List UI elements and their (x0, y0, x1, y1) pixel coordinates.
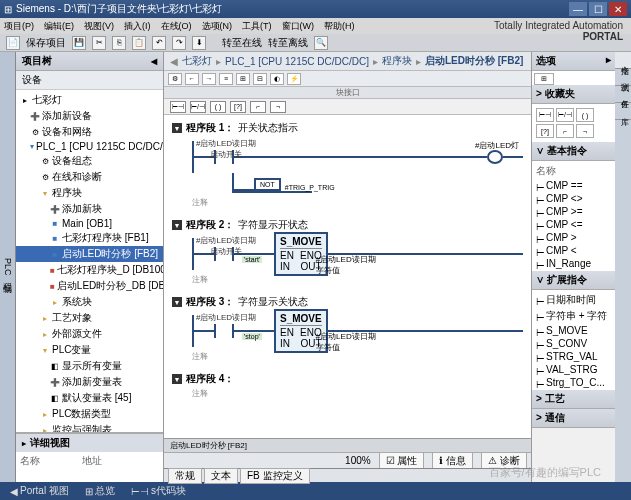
portal-view-button[interactable]: ◀ Portal 视图 (6, 484, 73, 498)
contact-nc-icon[interactable]: ⊢/⊣ (190, 101, 206, 113)
tree-item[interactable]: ➕添加新块 (16, 201, 163, 217)
download-icon[interactable]: ⬇ (192, 36, 206, 50)
tree-item[interactable]: ⚙设备组态 (16, 153, 163, 169)
instr-item[interactable]: ⊢字符串 + 字符 (534, 308, 613, 324)
tree-item[interactable]: ⚙在线和诊断 (16, 169, 163, 185)
paste-icon[interactable]: 📋 (132, 36, 146, 50)
instr-item[interactable]: ⊢IN_Range (534, 257, 613, 270)
cut-icon[interactable]: ✂ (92, 36, 106, 50)
branch-close-icon[interactable]: ¬ (270, 101, 286, 113)
ext-instr-header[interactable]: ∨ 扩展指令 (532, 271, 615, 290)
copy-icon[interactable]: ⎘ (112, 36, 126, 50)
project-tree[interactable]: ▸七彩灯➕添加新设备⚙设备和网络▾PLC_1 [CPU 1215C DC/DC/… (16, 90, 163, 432)
tree-item[interactable]: ■七彩灯程序块_D [DB100] (16, 262, 163, 278)
instr-item[interactable]: ⊢S_CONV (534, 337, 613, 350)
fav-coil[interactable]: ( ) (576, 108, 594, 122)
basic-instr-header[interactable]: ∨ 基本指令 (532, 142, 615, 161)
tab-info[interactable]: ℹ 信息 (432, 452, 473, 470)
new-project-icon[interactable]: 📄 (6, 36, 20, 50)
instr-item[interactable]: ⊢CMP < (534, 244, 613, 257)
tree-item[interactable]: ■启动LED时分秒 [FB2] (16, 246, 163, 262)
coil[interactable]: #启动LED灯 (487, 150, 503, 164)
instr-item[interactable]: ⊢CMP <= (534, 218, 613, 231)
tree-item[interactable]: ⚙设备和网络 (16, 124, 163, 140)
tree-item[interactable]: ▸外部源文件 (16, 326, 163, 342)
contact[interactable]: #启动LED读日期启动开关 (214, 247, 234, 261)
tree-item[interactable]: ▸七彩灯 (16, 92, 163, 108)
instr-item[interactable]: ⊢CMP > (534, 231, 613, 244)
contact[interactable]: #启动LED读日期 (214, 324, 234, 338)
ptab-fbwatch[interactable]: FB 监控定义 (240, 468, 310, 484)
ed-btn[interactable]: ⚙ (168, 73, 182, 85)
redo-icon[interactable]: ↷ (172, 36, 186, 50)
tree-item[interactable]: ➕添加新设备 (16, 108, 163, 124)
tree-item[interactable]: ▸系统块 (16, 294, 163, 310)
ed-btn[interactable]: ⚡ (287, 73, 301, 85)
ed-btn[interactable]: ◐ (270, 73, 284, 85)
contact[interactable]: #启动LED读日期启动开关 (214, 150, 234, 164)
go-offline-button[interactable]: 转至离线 (268, 36, 308, 50)
fav-contact[interactable]: ⊢⊣ (536, 108, 554, 122)
bc-project[interactable]: 七彩灯 (182, 54, 212, 68)
panel-collapse-icon[interactable]: ◀ (151, 57, 157, 66)
not-box[interactable]: NOT (254, 178, 281, 191)
interface-bar[interactable]: 块接口 (164, 87, 531, 99)
options-header[interactable]: 选项▸ (532, 52, 615, 71)
tree-item[interactable]: ■七彩灯程序块 [FB1] (16, 230, 163, 246)
save-project-button[interactable]: 保存项目 (26, 36, 66, 50)
ed-btn[interactable]: ⊟ (253, 73, 267, 85)
coil-icon[interactable]: ( ) (210, 101, 226, 113)
save-icon[interactable]: 💾 (72, 36, 86, 50)
rtab-test[interactable]: 测试 (615, 69, 631, 86)
tech-header[interactable]: > 工艺 (532, 390, 615, 409)
ed-btn[interactable]: ≡ (219, 73, 233, 85)
rtab-instructions[interactable]: 指令 (615, 52, 631, 69)
zoom-level[interactable]: 100% (345, 455, 371, 466)
ed-btn[interactable]: ← (185, 73, 199, 85)
menu-options[interactable]: 选项(N) (202, 20, 233, 33)
fav-branch2[interactable]: ¬ (576, 124, 594, 138)
comm-header[interactable]: > 通信 (532, 409, 615, 428)
tree-item[interactable]: ➕添加新变量表 (16, 374, 163, 390)
network-title[interactable]: ▼ 程序段 2：字符显示开状态 (172, 216, 523, 234)
collapse-icon[interactable]: ▼ (172, 220, 182, 230)
menu-project[interactable]: 项目(P) (4, 20, 34, 33)
collapse-icon[interactable]: ▼ (172, 374, 182, 384)
instr-item[interactable]: ⊢CMP >= (534, 205, 613, 218)
ptab-general[interactable]: 常规 (168, 468, 202, 484)
instr-item[interactable]: ⊢CMP <> (534, 192, 613, 205)
collapse-icon[interactable]: ▼ (172, 297, 182, 307)
contact-no-icon[interactable]: ⊢⊣ (170, 101, 186, 113)
tree-item[interactable]: ▸监控与强制表 (16, 422, 163, 432)
instr-item[interactable]: ⊢CMP == (534, 179, 613, 192)
maximize-button[interactable]: ☐ (589, 2, 607, 16)
instr-item[interactable]: ⊢Strg_TO_C... (534, 376, 613, 389)
menu-insert[interactable]: 插入(I) (124, 20, 151, 33)
instr-item[interactable]: ⊢S_MOVE (534, 324, 613, 337)
code-block-tab[interactable]: ⊢⊣ s代码块 (127, 484, 190, 498)
fav-branch[interactable]: ⌐ (556, 124, 574, 138)
search-icon[interactable]: 🔍 (314, 36, 328, 50)
network-title[interactable]: ▼ 程序段 1：开关状态指示 (172, 119, 523, 137)
bc-blocks[interactable]: 程序块 (382, 54, 412, 68)
function-box[interactable]: S_MOVE ENENO INOUT 'stop' #启动LED读日期字符值 (274, 309, 328, 353)
menu-online[interactable]: 在线(O) (161, 20, 192, 33)
option-btn[interactable]: ⊞ (534, 73, 554, 85)
favorites-header[interactable]: > 收藏夹 (532, 85, 615, 104)
rtab-tasks[interactable]: 任务 (615, 86, 631, 103)
tree-item[interactable]: ▾PLC变量 (16, 342, 163, 358)
detail-view-header[interactable]: ▸ 详细视图 (16, 434, 163, 452)
block-footer-tab[interactable]: 启动LED时分秒 [FB2] (164, 438, 531, 452)
ed-btn[interactable]: → (202, 73, 216, 85)
menu-view[interactable]: 视图(V) (84, 20, 114, 33)
menu-edit[interactable]: 编辑(E) (44, 20, 74, 33)
close-button[interactable]: ✕ (609, 2, 627, 16)
network-title[interactable]: ▼ 程序段 4： (172, 370, 523, 388)
tree-item[interactable]: ▸PLC数据类型 (16, 406, 163, 422)
tree-item[interactable]: ▾PLC_1 [CPU 1215C DC/DC/DC] (16, 140, 163, 153)
ed-btn[interactable]: ⊞ (236, 73, 250, 85)
network-title[interactable]: ▼ 程序段 3：字符显示关状态 (172, 293, 523, 311)
tab-properties[interactable]: ☑ 属性 (379, 452, 425, 470)
tree-item[interactable]: ◧默认变量表 [45] (16, 390, 163, 406)
collapse-icon[interactable]: ▼ (172, 123, 182, 133)
